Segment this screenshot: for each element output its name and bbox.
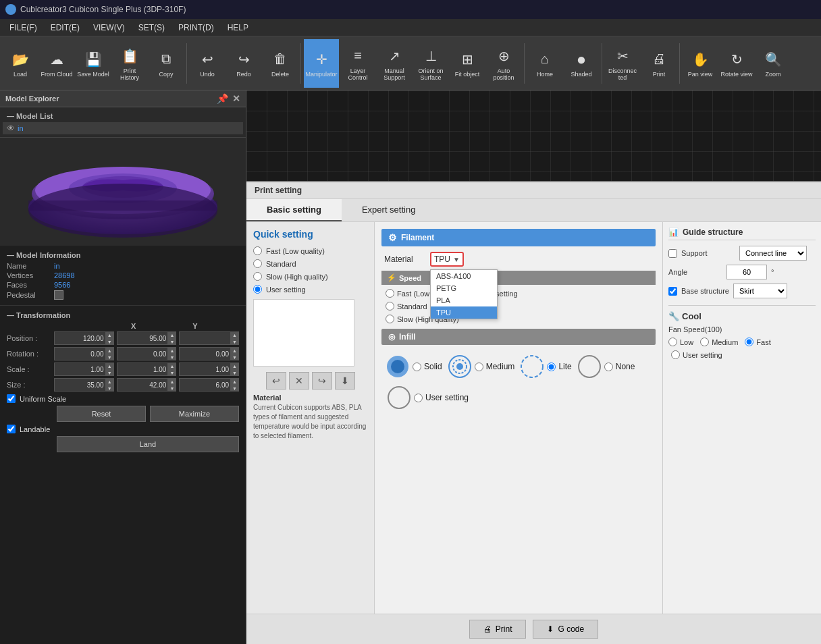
- support-type-select[interactable]: Connect line: [739, 246, 807, 261]
- qs-fast-radio[interactable]: [253, 246, 262, 255]
- disconnected-button[interactable]: ✂ Disconnec ted: [605, 39, 640, 88]
- tab-expert-setting[interactable]: Expert setting: [342, 199, 436, 221]
- speed-standard-radio[interactable]: [386, 302, 394, 311]
- size-z-up[interactable]: ▲: [230, 378, 239, 385]
- load-button[interactable]: 📂 Load: [3, 39, 38, 88]
- print-action-button[interactable]: 🖨 Print: [469, 620, 527, 639]
- support-checkbox[interactable]: [668, 249, 677, 258]
- material-option-pla[interactable]: PLA: [431, 294, 497, 306]
- scale-x-down[interactable]: ▼: [105, 369, 114, 376]
- panel-pin-icon[interactable]: 📌: [217, 93, 228, 104]
- land-button[interactable]: Land: [57, 436, 239, 452]
- save-model-button[interactable]: 💾 Save Model: [76, 39, 111, 88]
- menu-view[interactable]: VIEW(V): [86, 22, 132, 34]
- fan-speed-label: Fan Speed(100): [668, 325, 816, 333]
- scale-x-up[interactable]: ▲: [105, 363, 114, 369]
- material-dropdown-btn[interactable]: TPU ▼: [430, 252, 464, 267]
- copy-button[interactable]: ⧉ Copy: [149, 39, 184, 88]
- pos-y-down[interactable]: ▼: [167, 338, 176, 345]
- infill-none-radio[interactable]: [604, 363, 613, 371]
- menu-print[interactable]: PRINT(D): [171, 22, 221, 34]
- from-cloud-button[interactable]: ☁ From Cloud: [39, 39, 74, 88]
- undo-button[interactable]: ↩ Undo: [190, 39, 225, 88]
- size-x-up[interactable]: ▲: [105, 378, 114, 385]
- fan-low-radio[interactable]: [668, 338, 677, 346]
- orient-surface-button[interactable]: ⊥ Orient on Surface: [413, 39, 448, 88]
- scale-z-up[interactable]: ▲: [230, 363, 239, 369]
- speed-section: ⚡ Speed Fast (Low quality) Us: [381, 271, 656, 323]
- pos-x-down[interactable]: ▼: [105, 338, 114, 345]
- size-y-up[interactable]: ▲: [167, 378, 176, 385]
- landable-checkbox[interactable]: [7, 425, 16, 433]
- qs-save-btn[interactable]: ⬇: [335, 372, 355, 390]
- scale-y-down[interactable]: ▼: [167, 369, 176, 376]
- qs-clear-btn[interactable]: ✕: [289, 372, 309, 390]
- size-y-down[interactable]: ▼: [167, 385, 176, 392]
- infill-medium-radio[interactable]: [475, 363, 483, 371]
- delete-button[interactable]: 🗑 Delete: [263, 39, 298, 88]
- menu-help[interactable]: HELP: [221, 22, 255, 34]
- qs-redo-btn[interactable]: ↪: [312, 372, 332, 390]
- pos-y-up[interactable]: ▲: [167, 331, 176, 338]
- uniform-scale-checkbox[interactable]: [7, 394, 16, 403]
- pan-view-button[interactable]: ✋ Pan view: [683, 39, 718, 88]
- rot-x-down[interactable]: ▼: [105, 354, 114, 360]
- maximize-button[interactable]: Maximize: [150, 406, 239, 422]
- print-btn[interactable]: 🖨 Print: [641, 39, 677, 88]
- qs-undo-btn[interactable]: ↩: [266, 372, 286, 390]
- pos-z-down[interactable]: ▼: [230, 338, 239, 345]
- infill-none-item: None: [577, 354, 635, 379]
- menu-file[interactable]: FILE(F): [3, 22, 44, 34]
- scale-z-down[interactable]: ▼: [230, 369, 239, 376]
- manual-support-button[interactable]: ↗ Manual Support: [377, 39, 412, 88]
- disconnected-icon: ✂: [612, 45, 633, 67]
- rot-y-down[interactable]: ▼: [167, 354, 176, 360]
- rot-z-up[interactable]: ▲: [230, 347, 239, 354]
- material-option-petg[interactable]: PETG: [431, 282, 497, 294]
- manipulator-button[interactable]: ✛ Manipulator: [304, 39, 339, 88]
- list-item[interactable]: 👁 in: [3, 122, 243, 134]
- shaded-button[interactable]: ● Shaded: [564, 39, 599, 88]
- home-button[interactable]: ⌂ Home: [527, 39, 562, 88]
- material-option-tpu[interactable]: TPU: [431, 306, 497, 319]
- auto-position-button[interactable]: ⊕ Auto position: [486, 39, 521, 88]
- reset-button[interactable]: Reset: [57, 406, 146, 422]
- base-structure-select[interactable]: Skirt: [733, 284, 787, 298]
- base-structure-checkbox[interactable]: [668, 287, 677, 296]
- rotate-view-button[interactable]: ↻ Rotate view: [719, 39, 754, 88]
- menu-set[interactable]: SET(S): [132, 22, 171, 34]
- pos-z-up[interactable]: ▲: [230, 331, 239, 338]
- rot-x-up[interactable]: ▲: [105, 347, 114, 354]
- menu-edit[interactable]: EDIT(E): [44, 22, 86, 34]
- qs-slow-radio[interactable]: [253, 272, 262, 281]
- scale-y-up[interactable]: ▲: [167, 363, 176, 369]
- qs-user-radio[interactable]: [253, 285, 262, 294]
- zoom-button[interactable]: 🔍 Zoom: [756, 39, 791, 88]
- layer-control-button[interactable]: ≡ Layer Control: [340, 39, 375, 88]
- infill-user-radio[interactable]: [414, 394, 423, 402]
- redo-button[interactable]: ↪ Redo: [226, 39, 261, 88]
- size-z-down[interactable]: ▼: [230, 385, 239, 392]
- fan-fast-radio[interactable]: [745, 338, 753, 346]
- pedestal-checkbox[interactable]: [54, 290, 63, 300]
- qs-standard-radio[interactable]: [253, 259, 262, 268]
- material-option-abs[interactable]: ABS-A100: [431, 270, 497, 282]
- pos-x-up[interactable]: ▲: [105, 331, 114, 338]
- qs-user-option: User setting: [253, 285, 367, 294]
- speed-fast-radio[interactable]: [386, 289, 394, 298]
- rot-y-up[interactable]: ▲: [167, 347, 176, 354]
- gcode-button[interactable]: ⬇ G code: [533, 620, 598, 639]
- tab-basic-setting[interactable]: Basic setting: [246, 199, 342, 221]
- angle-input[interactable]: [726, 265, 767, 279]
- fan-medium-radio[interactable]: [700, 338, 709, 346]
- panel-close-icon[interactable]: ✕: [232, 93, 240, 104]
- fit-object-button[interactable]: ⊞ Fit object: [450, 39, 485, 88]
- save-model-label: Save Model: [77, 72, 109, 78]
- infill-solid-radio[interactable]: [413, 363, 421, 371]
- size-x-down[interactable]: ▼: [105, 385, 114, 392]
- infill-lite-radio[interactable]: [547, 363, 556, 371]
- fan-user-radio[interactable]: [671, 350, 680, 359]
- rot-z-down[interactable]: ▼: [230, 354, 239, 360]
- print-history-button[interactable]: 📋 Print History: [112, 39, 147, 88]
- speed-slow-radio[interactable]: [386, 315, 394, 323]
